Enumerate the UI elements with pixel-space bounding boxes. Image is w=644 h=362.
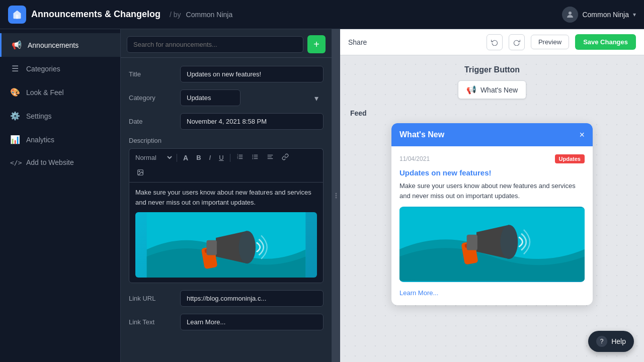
preview-button[interactable]: Preview [531,35,569,49]
svg-rect-3 [238,158,243,159]
description-section: Description Normal Heading 1 Heading 2 A… [129,137,324,283]
categories-icon: ☰ [10,64,20,73]
main-layout: 📢 Announcements ☰ Categories 🎨 Look & Fe… [0,29,644,362]
redo-button[interactable] [509,34,525,50]
date-input[interactable] [180,113,324,130]
svg-rect-15 [267,158,273,159]
image-btn[interactable] [133,167,147,179]
svg-point-25 [336,195,337,197]
link-text-row: Link Text [129,314,324,330]
italic-btn[interactable]: I [206,152,214,163]
align-btn[interactable] [264,152,277,163]
post-title: Updates on new features! [399,168,585,177]
svg-rect-13 [267,155,273,155]
post-date-row: 11/04/2021 Updates [399,154,585,163]
content-area: + Title Category Updates Bug Fixes [121,29,644,362]
post-category-badge: Updates [555,154,585,163]
widget-header: What's New × [391,123,593,146]
link-btn[interactable] [279,152,292,163]
by-label: by [174,11,181,19]
sidebar-item-announcements[interactable]: 📢 Announcements [0,33,120,57]
post-image [399,207,585,282]
description-text: Make sure your users know about new feat… [135,188,317,207]
svg-rect-14 [267,156,271,157]
svg-point-26 [336,197,337,199]
link-url-row: Link URL [129,290,324,307]
widget-close-button[interactable]: × [579,130,585,139]
sidebar-item-add-to-website-label: Add to Website [26,158,74,166]
look-feel-icon: 🎨 [10,87,20,97]
trigger-megaphone-icon: 📢 [466,85,476,95]
search-input[interactable] [127,36,303,53]
analytics-icon: 📊 [10,135,20,144]
link-url-input[interactable] [180,290,324,307]
undo-button[interactable] [487,34,503,50]
collapse-handle[interactable] [332,29,340,362]
title-row: Title [129,66,324,82]
bold-btn[interactable]: B [193,152,204,163]
sidebar-item-look-feel[interactable]: 🎨 Look & Feel [0,80,120,104]
svg-rect-22 [207,240,217,255]
svg-text:3: 3 [237,157,238,159]
description-label: Description [129,137,324,144]
save-changes-button[interactable]: Save Changes [575,34,636,50]
svg-rect-7 [254,155,258,155]
sidebar-item-categories-label: Categories [26,65,60,73]
sidebar-item-categories[interactable]: ☰ Categories [0,57,120,80]
help-button[interactable]: ? Help [588,331,634,352]
svg-point-0 [569,12,572,15]
share-label: Share [348,38,367,46]
announcement-widget: What's New × 11/04/2021 Updates Updates … [391,123,593,305]
category-label: Category [129,94,174,102]
post-date: 11/04/2021 [399,155,430,162]
svg-point-23 [239,231,256,263]
sidebar-item-look-feel-label: Look & Feel [26,88,64,97]
preview-panel: Share Preview Save Changes Trigger Butto… [340,29,644,362]
category-select-wrapper: Updates Bug Fixes News Announcements [180,89,324,106]
svg-rect-8 [254,156,258,157]
app-header: Announcements & Changelog / by Common Ni… [0,0,644,29]
svg-point-24 [336,193,337,195]
underline-btn[interactable]: U [216,152,226,163]
link-url-label: Link URL [129,295,174,302]
date-row: Date [129,113,324,130]
toolbar-second-row [133,165,319,179]
title-input[interactable] [180,66,324,82]
description-toolbar: Normal Heading 1 Heading 2 A B I U 123 [129,148,324,182]
help-label: Help [611,337,626,345]
user-name: Common Ninja [582,11,629,19]
date-label: Date [129,118,174,125]
search-bar: + [121,29,332,58]
add-announcement-button[interactable]: + [307,35,326,53]
font-size-btn[interactable]: A [180,152,191,163]
editor-panel: + Title Category Updates Bug Fixes [121,29,332,362]
form-area: Title Category Updates Bug Fixes News An… [121,58,332,362]
trigger-section-label: Trigger Button [350,65,634,74]
user-avatar [562,7,578,23]
editor-post-image [135,212,317,278]
ordered-list-btn[interactable]: 123 [233,152,247,163]
style-select[interactable]: Normal Heading 1 Heading 2 [133,153,174,162]
sidebar: 📢 Announcements ☰ Categories 🎨 Look & Fe… [0,29,121,362]
toolbar-divider-1 [177,154,177,162]
trigger-section: Trigger Button 📢 What's New [350,65,634,99]
add-to-website-icon: </> [10,159,20,166]
sidebar-item-add-to-website[interactable]: </> Add to Website [0,151,120,173]
link-text-input[interactable] [180,314,324,330]
learn-more-link[interactable]: Learn More... [399,289,438,297]
user-menu-chevron[interactable]: ▾ [633,11,636,18]
feed-label: Feed [350,109,634,117]
description-content[interactable]: Make sure your users know about new feat… [129,182,324,283]
link-text-label: Link Text [129,318,174,326]
sidebar-item-analytics[interactable]: 📊 Analytics [0,128,120,151]
unordered-list-btn[interactable] [249,152,262,163]
header-right: Common Ninja ▾ [562,7,636,23]
sidebar-item-settings[interactable]: ⚙️ Settings [0,104,120,128]
title-label: Title [129,70,174,78]
trigger-button-preview[interactable]: 📢 What's New [458,80,526,99]
brand-name: Common Ninja [186,11,233,19]
app-logo-icon [8,6,26,24]
sidebar-item-analytics-label: Analytics [26,136,54,144]
category-select[interactable]: Updates Bug Fixes News Announcements [180,89,240,106]
preview-toolbar: Share Preview Save Changes [340,29,644,55]
